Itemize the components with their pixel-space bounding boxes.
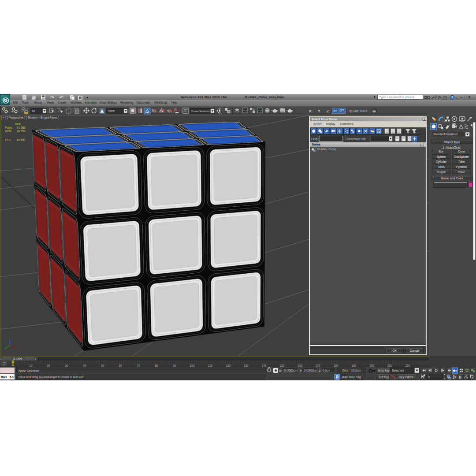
svg-text:ty Cam Tool ∇: ty Cam Tool ∇ [350, 109, 368, 113]
svg-text:120: 120 [226, 364, 231, 367]
svg-text:14,2866cm: 14,2866cm [304, 369, 317, 372]
svg-text:10: 10 [29, 364, 33, 367]
svg-text:Z:: Z: [319, 369, 321, 372]
svg-text:Standard Primitives: Standard Primitives [433, 133, 457, 136]
svg-text:60: 60 [119, 364, 122, 367]
svg-text:160: 160 [298, 364, 303, 367]
svg-text:80: 80 [155, 364, 158, 367]
svg-text:40: 40 [83, 364, 86, 367]
svg-text:220: 220 [405, 364, 410, 367]
svg-text:20,9585cm: 20,9585cm [283, 369, 297, 372]
svg-text:110: 110 [208, 364, 213, 367]
svg-text:X:: X: [279, 369, 282, 372]
svg-text:150: 150 [280, 364, 285, 367]
svg-text:140: 140 [262, 364, 267, 367]
svg-text:30: 30 [65, 364, 68, 367]
svg-text:X: X [309, 109, 312, 113]
svg-text:130: 130 [244, 364, 249, 367]
svg-text:90: 90 [173, 364, 176, 367]
svg-text:0 / 225: 0 / 225 [13, 357, 22, 361]
svg-text:XY: XY [333, 109, 337, 112]
svg-text:100: 100 [190, 364, 195, 367]
svg-text:View: View [108, 109, 115, 112]
svg-text:180: 180 [334, 364, 338, 367]
svg-text:0: 0 [428, 376, 430, 379]
svg-text:Set Key: Set Key [379, 376, 389, 379]
svg-text:0,0cm: 0,0cm [323, 369, 330, 372]
svg-text:20: 20 [47, 364, 50, 367]
svg-text:Y:: Y: [299, 369, 302, 372]
svg-text:50: 50 [101, 364, 104, 367]
svg-text:Selected: Selected [392, 369, 404, 372]
svg-text:Click and drag up-and-down to: Click and drag up-and-down to zoom in an… [19, 376, 83, 379]
svg-text:Y: Y [318, 109, 320, 113]
svg-text:3: 3 [152, 109, 153, 112]
svg-text:170: 170 [316, 364, 320, 367]
svg-text:210: 210 [387, 364, 392, 367]
svg-text:All: All [32, 109, 35, 112]
svg-text:Auto Key: Auto Key [378, 369, 390, 372]
svg-text:Key Filters...: Key Filters... [399, 376, 415, 379]
svg-text:Grid = 10,0cm: Grid = 10,0cm [342, 369, 361, 372]
svg-text:Find:: Find: [311, 138, 318, 141]
svg-text:70: 70 [137, 364, 140, 367]
svg-text:Create Selection Se: Create Selection Se [191, 110, 213, 112]
svg-text:Max to: Max to [1, 375, 14, 379]
svg-text:Selection Set:: Selection Set: [347, 138, 366, 141]
svg-text:None Selected: None Selected [19, 369, 39, 372]
svg-text:200: 200 [370, 364, 375, 367]
svg-text:?: ? [451, 96, 453, 100]
svg-text:!!: !! [459, 375, 461, 379]
svg-text:190: 190 [352, 364, 357, 367]
svg-text:Add Time Tag: Add Time Tag [342, 376, 361, 379]
svg-text:R: R [344, 111, 346, 113]
svg-text:Z: Z [327, 109, 329, 113]
